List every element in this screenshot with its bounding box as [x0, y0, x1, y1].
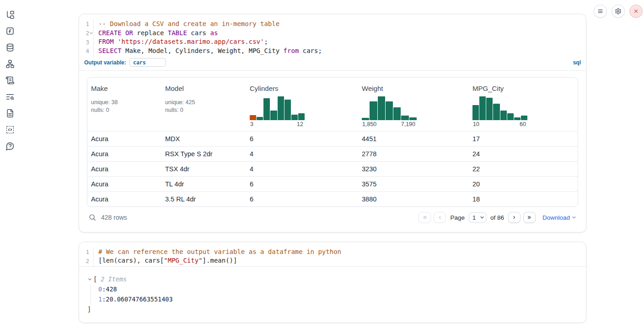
download-label: Download — [542, 214, 570, 221]
sidebar-item-database[interactable] — [5, 43, 15, 52]
shutdown-button[interactable] — [629, 5, 643, 18]
gear-icon — [615, 8, 622, 15]
language-badge: sql — [573, 59, 581, 66]
sidebar-item-file-tree[interactable] — [5, 10, 15, 19]
last-page-button[interactable] — [523, 212, 536, 223]
previous-page-button[interactable] — [434, 212, 446, 223]
pagination: Page 1 of 86 — [419, 212, 536, 223]
table-row[interactable]: Acura3.5 RL 4dr6388018 — [87, 191, 578, 206]
column-name[interactable]: MPG_City — [472, 85, 574, 92]
table-row[interactable]: AcuraTL 4dr6357520 — [87, 176, 578, 191]
column-name[interactable]: Model — [165, 85, 242, 92]
histogram-min-label: 10 — [473, 121, 479, 127]
histogram-bar — [493, 104, 499, 120]
settings-button[interactable] — [612, 5, 625, 18]
histogram-bar — [263, 98, 270, 120]
table-row[interactable]: AcuraMDX6445117 — [87, 131, 578, 146]
sql-code-line[interactable]: CREATE OR replace TABLE cars as — [98, 29, 586, 38]
table-cell: TSX 4dr — [161, 165, 246, 173]
topbar — [594, 5, 643, 18]
table-cell: 6 — [246, 135, 358, 143]
sidebar-item-document[interactable] — [5, 109, 15, 118]
download-button[interactable]: Download — [542, 214, 577, 221]
table-cell: Acura — [87, 150, 161, 158]
next-page-button[interactable] — [508, 212, 521, 223]
table-cell: Acura — [87, 135, 161, 143]
sidebar-item-logs-search[interactable] — [5, 92, 15, 101]
sidebar — [0, 0, 20, 333]
column-histogram: 1060 — [472, 96, 527, 127]
page-select[interactable]: 1 — [469, 212, 486, 222]
histogram-bar — [250, 115, 256, 120]
database-icon — [5, 43, 15, 52]
table-row[interactable]: AcuraRSX Type S 2dr4277824 — [87, 146, 578, 161]
line-number: 2 — [79, 256, 93, 265]
row-count: 428 rows — [101, 214, 127, 221]
python-code-line[interactable]: [len(cars), cars["MPG_City"].mean()] — [98, 256, 586, 265]
table-cell: 3880 — [358, 196, 469, 203]
sql-code-line[interactable]: -- Download a CSV and create an in-memor… — [98, 20, 586, 29]
close-icon — [633, 8, 639, 15]
collapse-icon[interactable] — [87, 277, 92, 282]
tree-item: 0: 428 — [98, 284, 578, 294]
column-stats: unique: 425nulls: 0 — [165, 99, 242, 114]
histogram-bar — [291, 115, 298, 120]
histogram-bar — [393, 107, 401, 120]
column-name[interactable]: Make — [91, 85, 158, 92]
sidebar-item-scroll[interactable] — [5, 76, 15, 85]
table-cell: MDX — [161, 135, 246, 143]
histogram-max-label: 7,190 — [401, 121, 415, 127]
sidebar-item-help[interactable] — [5, 142, 15, 151]
line-number: 3 — [79, 37, 93, 47]
python-editor[interactable]: 12# We can reference the output variable… — [79, 242, 586, 267]
sql-code-line[interactable]: SELECT Make, Model, Cylinders, Weight, M… — [98, 47, 586, 56]
table-cell: 2778 — [358, 150, 469, 158]
close-bracket: ] — [87, 304, 91, 314]
table-search-button[interactable] — [88, 213, 97, 222]
snippets-icon — [5, 125, 15, 134]
sidebar-item-function[interactable] — [5, 26, 15, 36]
file-tree-icon — [5, 10, 15, 19]
column-histogram: 312 — [250, 96, 305, 127]
tree-item: 1: 20.060747663551403 — [98, 294, 578, 304]
histogram-bar — [401, 116, 408, 120]
histogram-bar — [298, 113, 305, 120]
sidebar-item-snippets[interactable] — [5, 125, 15, 134]
sidebar-item-network[interactable] — [5, 59, 15, 69]
output-variable-input[interactable] — [129, 58, 166, 67]
histogram-min-label: 3 — [250, 121, 253, 127]
menu-button[interactable] — [594, 5, 607, 18]
data-table: Makeunique: 38nulls: 0Modelunique: 425nu… — [87, 77, 578, 207]
table-cell: 4 — [246, 150, 358, 158]
sql-code-line[interactable]: FROM 'https://datasets.marimo.app/cars.c… — [98, 37, 586, 47]
output-variable-label: Output variable: — [84, 59, 126, 66]
sql-editor[interactable]: 1234-- Download a CSV and create an in-m… — [79, 14, 586, 71]
table-column-header: MPG_City1060 — [469, 78, 578, 131]
histogram-bar — [378, 96, 385, 120]
help-icon — [5, 142, 15, 151]
table-cell: 20 — [469, 180, 578, 188]
histogram-max-label: 12 — [297, 121, 303, 127]
line-number: 4 — [79, 47, 93, 56]
column-stats: unique: 38nulls: 0 — [91, 99, 158, 114]
first-page-button[interactable] — [419, 212, 431, 223]
table-row[interactable]: AcuraTSX 4dr4323022 — [87, 161, 578, 176]
column-name[interactable]: Cylinders — [250, 85, 354, 92]
column-name[interactable]: Weight — [362, 85, 465, 92]
fold-chevron-icon[interactable] — [89, 31, 93, 35]
sql-editor-footer: Output variable: sql — [79, 57, 586, 70]
histogram-min-label: 1,850 — [362, 121, 376, 127]
table-column-header: Modelunique: 425nulls: 0 — [161, 78, 246, 131]
histogram-bar — [270, 111, 277, 120]
chevrons-right-icon — [526, 215, 532, 220]
table-cell: 4451 — [358, 135, 469, 143]
histogram-bar — [362, 118, 369, 120]
page-total-label: of 86 — [490, 214, 504, 221]
sql-cell: 1234-- Download a CSV and create an in-m… — [79, 14, 586, 233]
function-icon — [5, 26, 15, 36]
open-bracket: [ — [93, 274, 97, 284]
python-code-line[interactable]: # We can reference the output variable a… — [98, 248, 586, 257]
menu-icon — [597, 8, 604, 15]
histogram-bar — [386, 101, 393, 120]
table-cell: TL 4dr — [161, 180, 246, 188]
